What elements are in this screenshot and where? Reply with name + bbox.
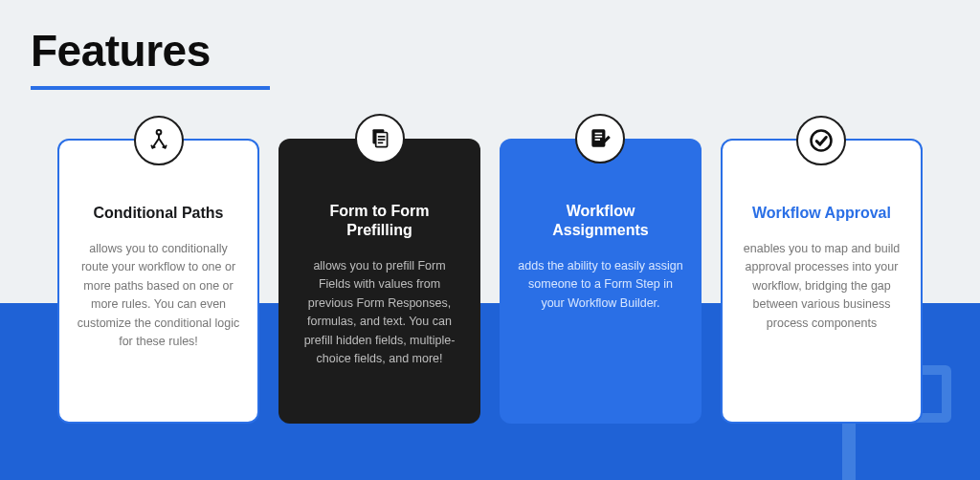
svg-point-10 (812, 131, 832, 151)
card-body: adds the ability to easily assign someon… (517, 257, 684, 313)
card-title: Form to Form Prefilling (296, 202, 463, 240)
card-title: Workflow Approval (740, 204, 903, 223)
card-body: allows you to conditionally route your w… (77, 240, 240, 351)
feature-card-conditional-paths: Conditional Paths allows you to conditio… (57, 139, 259, 424)
card-body: enables you to map and build approval pr… (740, 240, 903, 333)
check-circle-icon (808, 127, 835, 154)
feature-cards-row: Conditional Paths allows you to conditio… (0, 139, 980, 424)
header: Features (0, 0, 980, 90)
feature-card-workflow-approval: Workflow Approval enables you to map and… (721, 139, 923, 424)
page-title: Features (31, 25, 980, 76)
card-body: allows you to prefill Form Fields with v… (296, 257, 463, 368)
title-underline (31, 86, 270, 90)
copy-doc-icon (368, 126, 392, 151)
feature-card-workflow-assignments: Workflow Assignments adds the ability to… (500, 139, 702, 424)
card-title: Workflow Assignments (517, 202, 684, 240)
card-icon-circle (355, 114, 405, 164)
card-title: Conditional Paths (77, 204, 240, 223)
svg-rect-6 (592, 129, 606, 146)
card-icon-circle (134, 116, 184, 165)
feature-card-form-prefilling: Form to Form Prefilling allows you to pr… (278, 139, 480, 424)
card-icon-circle (575, 114, 625, 164)
branch-icon (146, 128, 171, 153)
edit-doc-icon (588, 126, 612, 151)
card-icon-circle (796, 116, 846, 165)
